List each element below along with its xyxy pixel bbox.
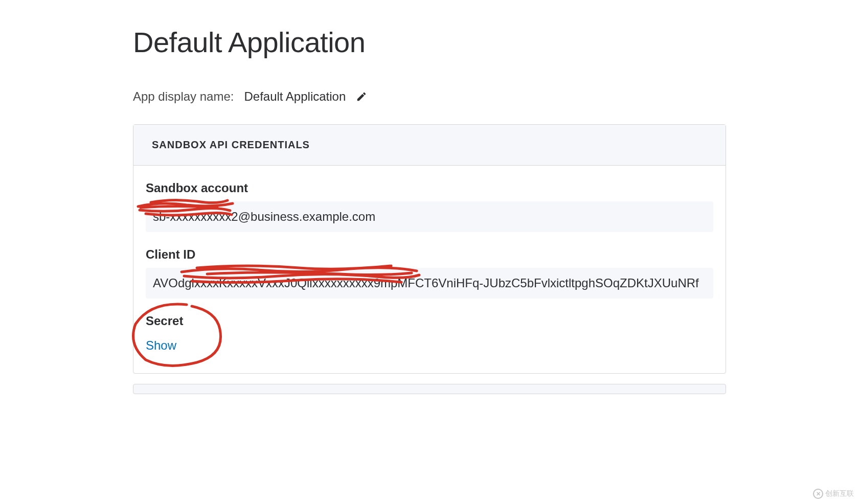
secret-field: Secret Show — [146, 314, 713, 353]
display-name-label: App display name: — [133, 89, 234, 104]
page-title: Default Application — [133, 26, 726, 59]
credentials-card-body: Sandbox account sb-xxxxxxxxxx2@business.… — [133, 166, 726, 373]
sandbox-account-value: sb-xxxxxxxxxx2@business.example.com — [146, 201, 713, 232]
secret-label: Secret — [146, 314, 713, 328]
sandbox-account-label: Sandbox account — [146, 181, 713, 195]
secret-show-link[interactable]: Show — [146, 338, 176, 353]
credentials-card: SANDBOX API CREDENTIALS Sandbox account … — [133, 124, 726, 374]
credentials-card-header: SANDBOX API CREDENTIALS — [133, 125, 726, 166]
app-display-name-row: App display name: Default Application — [133, 89, 726, 104]
redaction-annotation — [135, 192, 238, 223]
sandbox-account-field: Sandbox account sb-xxxxxxxxxx2@business.… — [146, 181, 713, 232]
client-id-field: Client ID AVOdglxxxxKxxxxxVxxxJ0Qllxxxxx… — [146, 247, 713, 299]
next-card-peek — [133, 384, 726, 394]
display-name-value: Default Application — [244, 89, 346, 104]
client-id-value: AVOdglxxxxKxxxxxVxxxJ0Qllxxxxxxxxxx9mpMF… — [146, 268, 713, 299]
circle-annotation — [125, 299, 238, 370]
redaction-annotation — [176, 259, 422, 289]
client-id-label: Client ID — [146, 247, 713, 262]
edit-icon[interactable] — [356, 91, 367, 102]
